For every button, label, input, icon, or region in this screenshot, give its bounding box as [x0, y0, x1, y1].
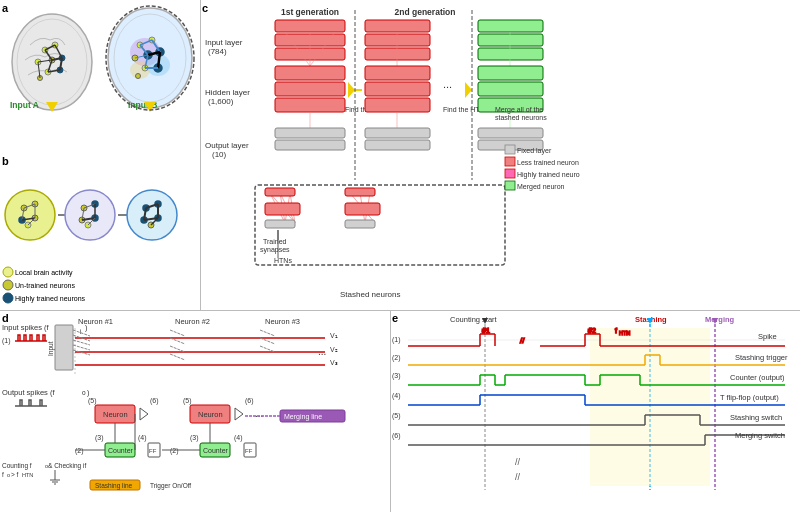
svg-text:Spike: Spike [758, 332, 777, 341]
svg-line-196 [260, 346, 275, 352]
svg-point-71 [127, 190, 177, 240]
panel-a: Input A Input B [0, 0, 200, 160]
svg-rect-173 [55, 325, 73, 370]
svg-text:Input spikes (f: Input spikes (f [2, 323, 50, 332]
svg-text:i: i [80, 328, 81, 335]
svg-text:(2): (2) [170, 447, 179, 455]
svg-text:HTN: HTN [22, 472, 33, 478]
svg-rect-129 [478, 82, 543, 96]
panel-c: Input layer (784) Hidden layer (1,600) O… [200, 0, 580, 310]
svg-text:(3): (3) [95, 434, 104, 442]
svg-rect-160 [505, 145, 515, 154]
svg-text:Merge all of the: Merge all of the [495, 106, 543, 114]
svg-text:Stashing switch: Stashing switch [730, 413, 782, 422]
svg-text:(2): (2) [75, 447, 84, 455]
svg-text:(1): (1) [2, 337, 11, 345]
svg-text:V₁: V₁ [330, 332, 338, 339]
svg-rect-158 [345, 203, 380, 215]
svg-point-45 [5, 190, 55, 240]
svg-text:Counter: Counter [203, 447, 229, 454]
svg-text:Merging switch: Merging switch [735, 431, 785, 440]
svg-line-193 [170, 354, 185, 360]
svg-rect-117 [365, 98, 430, 112]
svg-text:Counting f: Counting f [2, 462, 32, 470]
svg-text:Neuron: Neuron [198, 410, 223, 419]
svg-text:synapses: synapses [260, 246, 290, 254]
svg-text:2nd generation: 2nd generation [395, 7, 456, 17]
svg-rect-147 [265, 203, 300, 215]
svg-point-86 [3, 293, 13, 303]
svg-rect-146 [265, 188, 295, 196]
svg-text:(10): (10) [212, 150, 227, 159]
svg-rect-124 [478, 20, 543, 32]
svg-text:#1: #1 [482, 327, 490, 334]
svg-line-187 [73, 340, 90, 345]
svg-text:(6): (6) [392, 432, 401, 440]
svg-text:Input layer: Input layer [205, 38, 243, 47]
svg-text:Highly trained neurons: Highly trained neurons [15, 295, 86, 303]
svg-text:): ) [87, 388, 90, 397]
svg-text:(6): (6) [245, 397, 254, 405]
svg-text:FF: FF [245, 448, 253, 454]
svg-rect-159 [345, 220, 375, 228]
svg-marker-205 [140, 408, 148, 420]
svg-text:Stashing line: Stashing line [95, 482, 133, 490]
svg-point-58 [65, 190, 115, 240]
svg-line-188 [73, 345, 90, 350]
svg-text:Hidden layer: Hidden layer [205, 88, 250, 97]
svg-rect-125 [478, 34, 543, 46]
svg-point-84 [3, 280, 13, 290]
svg-rect-102 [275, 66, 345, 80]
svg-text:Stashing trigger: Stashing trigger [735, 353, 788, 362]
svg-text:Input A: Input A [10, 100, 39, 110]
svg-text://: // [520, 336, 525, 345]
svg-text:Trained: Trained [263, 238, 287, 245]
svg-point-82 [3, 267, 13, 277]
svg-text:(5): (5) [392, 412, 401, 420]
svg-text:Merging line: Merging line [284, 413, 322, 421]
svg-rect-115 [365, 66, 430, 80]
svg-text:Less trained neuron: Less trained neuron [517, 159, 579, 166]
svg-text:HTN: HTN [619, 330, 630, 336]
svg-text:Neuron #1: Neuron #1 [78, 317, 113, 326]
svg-rect-96 [275, 20, 345, 32]
svg-text:...: ... [318, 346, 326, 357]
svg-text:& Checking if: & Checking if [48, 462, 86, 470]
svg-line-190 [170, 330, 185, 336]
svg-text:(5): (5) [183, 397, 192, 405]
svg-text:(4): (4) [234, 434, 243, 442]
svg-text://: // [515, 472, 521, 482]
svg-rect-166 [505, 181, 515, 190]
svg-text:> f: > f [11, 471, 19, 478]
svg-text:(2): (2) [392, 354, 401, 362]
svg-text:o: o [82, 389, 86, 396]
svg-text:(1,600): (1,600) [208, 97, 234, 106]
svg-rect-128 [478, 66, 543, 80]
svg-text:Fixed layer: Fixed layer [517, 147, 552, 155]
svg-rect-106 [275, 128, 345, 138]
svg-text:Neuron: Neuron [103, 410, 128, 419]
panel-e-svg: Counting start Stashing Merging (1) [390, 310, 800, 510]
svg-text:...: ... [255, 408, 263, 419]
svg-text:HTNs: HTNs [274, 257, 292, 264]
svg-text:(4): (4) [392, 392, 401, 400]
svg-rect-111 [365, 20, 430, 32]
svg-rect-157 [345, 188, 375, 196]
svg-text:(3): (3) [190, 434, 199, 442]
panel-c-right [575, 0, 800, 310]
svg-rect-112 [365, 34, 430, 46]
svg-line-195 [260, 338, 275, 344]
svg-rect-120 [365, 140, 430, 150]
svg-text:f: f [2, 471, 4, 478]
svg-text:Merged neuron: Merged neuron [517, 183, 565, 191]
svg-line-192 [170, 346, 185, 352]
svg-rect-107 [275, 140, 345, 150]
svg-text:(5): (5) [88, 397, 97, 405]
svg-text:1st generation: 1st generation [281, 7, 339, 17]
svg-text:Output layer: Output layer [205, 141, 249, 150]
svg-text:Stashed neurons: Stashed neurons [340, 290, 401, 299]
svg-text:(784): (784) [208, 47, 227, 56]
panel-b-svg: Local brain activity Un-trained neurons … [0, 160, 200, 315]
panel-e: Counting start Stashing Merging (1) [390, 310, 800, 512]
svg-text:#2: #2 [588, 327, 596, 334]
